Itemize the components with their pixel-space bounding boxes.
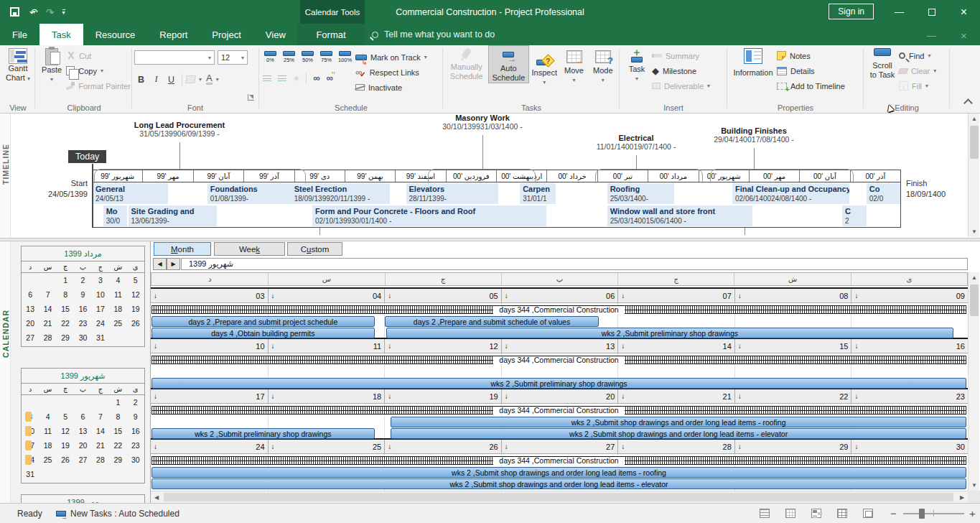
outdent-task-icon[interactable] — [263, 75, 271, 81]
manually-schedule-button[interactable]: Manually Schedule — [445, 45, 488, 81]
undo-button[interactable]: ↶▾ — [29, 6, 36, 18]
mark-on-track-button[interactable]: ↳Mark on Track ▾ — [355, 50, 427, 65]
insert-milestone-button[interactable]: ◆Milestone — [652, 63, 710, 78]
timeline-task-segment[interactable]: Co02/0 — [867, 183, 900, 204]
day-cell-26[interactable]: ↓ 26 — [384, 440, 501, 453]
mini-day[interactable]: 8 — [109, 409, 126, 424]
font-color-button[interactable]: A▾ — [206, 72, 219, 87]
clear-button[interactable]: Clear ▾ — [899, 63, 936, 78]
zoom-slider-thumb[interactable] — [919, 509, 925, 519]
mini-day[interactable]: 16 — [74, 302, 91, 316]
timeline-vertical-scrollbar[interactable]: ▲ ▼ — [968, 114, 979, 237]
timeline-strip[interactable]: TIMELINE — [0, 114, 11, 238]
mini-day[interactable]: 1 — [109, 395, 126, 409]
calendar-scrollbar-thumb[interactable] — [970, 284, 979, 316]
mode-button[interactable]: ? Mode ▾ — [589, 45, 617, 85]
task-bar[interactable]: wks 2 ,Submit preliminary shop drawings — [151, 378, 966, 389]
timeline-scrollbar-thumb[interactable] — [970, 126, 979, 159]
report-view-icon[interactable] — [863, 509, 873, 518]
day-cell-03[interactable]: ↓ 03 — [151, 289, 268, 302]
mini-day[interactable]: 14 — [92, 424, 109, 438]
day-cell-17[interactable]: ↓ 17 — [151, 389, 268, 403]
copy-button[interactable]: Copy ▾ — [66, 63, 131, 78]
mini-day[interactable]: 27 — [22, 330, 39, 345]
timeline-task-segment[interactable]: Elevators28/11/1399- — [406, 183, 498, 204]
summary-task-bar[interactable]: days 344 ,Commercial Construction — [151, 356, 966, 364]
view-button-week[interactable]: Week — [214, 242, 285, 256]
next-month-button[interactable]: ▶ — [167, 258, 180, 270]
day-cell-04[interactable]: ↓ 04 — [268, 289, 385, 302]
underline-button[interactable]: U — [164, 73, 178, 87]
mini-day[interactable]: 7 — [39, 287, 56, 302]
task-sheet-view-icon[interactable] — [837, 509, 847, 518]
mini-day[interactable]: 29 — [57, 330, 74, 345]
mini-day[interactable]: 21 — [92, 438, 109, 453]
percent-complete-50%-button[interactable]: 50% — [299, 51, 317, 63]
mini-day[interactable]: 13 — [74, 424, 91, 438]
mini-day[interactable]: 15 — [109, 424, 126, 438]
timeline-task-segment[interactable]: Form and Pour Concrete - Floors and Roof… — [312, 205, 546, 226]
timeline-task-segment[interactable]: Window wall and store front25/03/140015/… — [607, 205, 753, 226]
mini-calendar-2[interactable]: مهر 1399 — [21, 494, 145, 503]
day-cell-29[interactable]: ↓ 29 — [734, 440, 851, 453]
timeline-task-segment[interactable]: Steel Erection18/09/139920/11/1399 - — [291, 183, 390, 204]
team-planner-view-icon[interactable] — [811, 509, 821, 518]
inspect-button[interactable]: Inspect ▾ — [529, 45, 559, 87]
mini-day[interactable]: 11 — [39, 424, 56, 438]
mini-day[interactable]: 24 — [92, 316, 109, 330]
mini-day[interactable]: 5 — [127, 273, 144, 287]
timeline-callout[interactable]: Masonry Work30/10/139931/03/1400 - — [442, 114, 523, 131]
collapse-ribbon-icon[interactable] — [963, 98, 973, 108]
new-tasks-mode[interactable]: New Tasks : Auto Scheduled — [56, 504, 179, 523]
day-cell-25[interactable]: ↓ 25 — [268, 440, 385, 453]
percent-complete-100%-button[interactable]: 100% — [336, 51, 354, 63]
day-cell-24[interactable]: ↓ 24 — [151, 440, 268, 453]
unlink-tasks-icon[interactable]: ∞ — [327, 74, 333, 83]
tab-file[interactable]: File — [0, 24, 39, 45]
mini-day[interactable]: 9 — [127, 409, 144, 424]
scroll-down-icon[interactable]: ▼ — [969, 226, 980, 237]
inactivate-button[interactable]: Inactivate — [355, 80, 427, 95]
sign-in-button[interactable]: Sign in — [829, 4, 874, 19]
mini-day[interactable]: 5 — [57, 409, 74, 424]
task-bar[interactable]: wks 2 ,Submit preliminary shop drawings — [386, 328, 953, 338]
scroll-down-icon[interactable]: ▼ — [969, 480, 980, 491]
task-bar[interactable]: wks 2 ,Submit preliminary shop drawings — [151, 428, 375, 439]
day-cell-14[interactable]: ↓ 14 — [617, 339, 734, 353]
split-task-icon[interactable]: ✳ — [293, 74, 299, 83]
timeline-callout[interactable]: Building Finishes29/04/140017/08/1400 - — [714, 126, 794, 144]
mini-day[interactable]: 12 — [127, 287, 144, 302]
timeline-band[interactable]: شهریور '99مهر '99آبان '99آذر '99دی '99به… — [92, 170, 901, 228]
link-tasks-icon[interactable]: ∞ — [313, 74, 319, 83]
restore-button[interactable] — [915, 0, 948, 24]
zoom-in-icon[interactable]: + — [969, 507, 976, 519]
scroll-up-icon[interactable]: ▲ — [969, 272, 980, 283]
mini-day[interactable]: 23 — [74, 316, 91, 330]
day-cell-08[interactable]: ↓ 08 — [734, 289, 851, 302]
mini-day[interactable]: 21 — [39, 316, 56, 330]
day-cell-07[interactable]: ↓ 07 — [617, 289, 734, 302]
mini-day[interactable]: 6 — [22, 287, 39, 302]
mini-day[interactable]: 31 — [22, 467, 39, 481]
add-to-timeline-button[interactable]: Add to Timeline — [777, 78, 845, 93]
day-cell-19[interactable]: ↓ 19 — [384, 389, 501, 403]
mini-day[interactable]: 30 — [74, 330, 91, 345]
timeline-task-segment[interactable]: Mo30/0 — [103, 205, 128, 226]
mini-day[interactable]: 30 — [127, 453, 144, 467]
task-bar[interactable]: days 2 ,Prepare and submit project sched… — [151, 316, 375, 327]
timeline-task-segment[interactable]: C2 — [842, 205, 867, 226]
information-button[interactable]: Information — [729, 45, 777, 93]
timeline-task-segment[interactable]: Foundations01/08/1399- — [207, 183, 291, 204]
percent-complete-25%-button[interactable]: 25% — [280, 51, 298, 63]
mini-day[interactable]: 4 — [109, 273, 126, 287]
timeline-task-segment[interactable]: Site Grading and13/06/1399- — [129, 205, 218, 226]
day-cell-21[interactable]: ↓ 21 — [617, 389, 734, 403]
day-cell-22[interactable]: ↓ 22 — [734, 389, 851, 403]
details-button[interactable]: Details — [777, 63, 845, 78]
font-name-select[interactable]: ▾ — [134, 50, 215, 65]
mini-day[interactable]: 8 — [57, 287, 74, 302]
insert-task-button[interactable]: + Task ▾ — [622, 45, 652, 93]
redo-button[interactable]: ↷▾ — [46, 6, 52, 18]
mini-day[interactable]: 22 — [109, 438, 126, 453]
mini-day[interactable]: 25 — [109, 316, 126, 330]
